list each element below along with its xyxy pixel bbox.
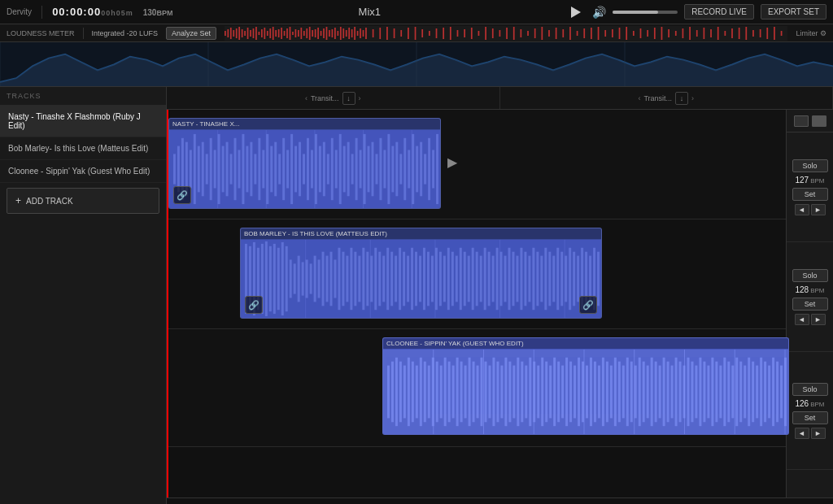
svg-rect-344 <box>630 362 633 423</box>
svg-rect-140 <box>262 150 264 188</box>
svg-rect-127 <box>210 138 212 200</box>
play-indicator-1: ▶ <box>447 154 457 170</box>
svg-rect-46 <box>351 29 353 37</box>
svg-rect-292 <box>420 358 422 426</box>
svg-rect-351 <box>659 366 661 419</box>
limiter-label: Limiter ⚙ <box>796 29 826 37</box>
solo-button-2[interactable]: Solo <box>792 269 828 282</box>
svg-rect-80 <box>569 27 571 40</box>
svg-rect-377 <box>764 362 766 423</box>
svg-rect-240 <box>447 248 450 310</box>
set-button-1[interactable]: Set <box>792 188 828 201</box>
transition-down-2[interactable]: ↓ <box>675 92 688 105</box>
svg-rect-86 <box>612 29 613 37</box>
transition-down-1[interactable]: ↓ <box>342 92 355 105</box>
right-arrow-2: › <box>691 94 694 102</box>
svg-rect-372 <box>744 366 746 419</box>
waveform-block-3[interactable]: CLOONEE - SIPPIN' YAK (GUEST WHO EDIT) <box>382 337 789 435</box>
pitch-down-2[interactable]: ◄ <box>795 314 809 325</box>
svg-rect-289 <box>408 358 410 426</box>
svg-rect-242 <box>456 256 458 302</box>
svg-rect-70 <box>499 30 501 37</box>
svg-rect-58 <box>415 27 416 40</box>
add-track-button[interactable]: + ADD TRACK <box>7 188 159 214</box>
waveform-block-2[interactable]: BOB MARLEY - IS THIS LOVE (MATTEUS EDIT) <box>240 228 602 319</box>
pitch-controls-3: ◄ ► <box>795 428 826 439</box>
svg-rect-155 <box>323 142 325 197</box>
svg-rect-157 <box>331 138 334 200</box>
svg-rect-21 <box>281 28 282 39</box>
svg-rect-148 <box>294 146 297 193</box>
link-icon-1[interactable]: 🔗 <box>173 186 191 204</box>
volume-slider[interactable] <box>613 11 678 14</box>
svg-rect-271 <box>573 252 575 306</box>
svg-rect-329 <box>569 362 572 423</box>
svg-rect-76 <box>542 27 543 40</box>
svg-rect-137 <box>250 142 252 197</box>
set-button-2[interactable]: Set <box>792 298 828 311</box>
svg-rect-141 <box>266 134 268 204</box>
tracks-container[interactable]: NASTY - TINASHE X... <box>167 110 833 497</box>
set-button-3[interactable]: Set <box>792 411 828 424</box>
svg-rect-178 <box>416 146 418 193</box>
svg-rect-293 <box>424 362 426 423</box>
svg-rect-231 <box>411 248 413 310</box>
svg-rect-379 <box>772 358 774 426</box>
svg-rect-174 <box>399 154 402 184</box>
svg-rect-369 <box>731 366 734 419</box>
svg-rect-259 <box>524 252 526 306</box>
link-icon-2a[interactable]: 🔗 <box>245 296 263 314</box>
track-item-3[interactable]: Cloonee - Sippin' Yak (Guest Who Edit) <box>0 160 166 183</box>
svg-rect-304 <box>469 358 471 426</box>
track-item-1[interactable]: Nasty - Tinashe X Flashmob (Ruby J Edit) <box>0 106 166 137</box>
svg-rect-221 <box>370 256 373 302</box>
svg-rect-138 <box>254 154 256 184</box>
analyze-button[interactable]: Analyze Set <box>166 27 216 40</box>
pitch-up-2[interactable]: ► <box>811 314 826 325</box>
svg-rect-270 <box>569 248 571 310</box>
bpm-value-1: 127 BPM <box>795 176 824 185</box>
svg-rect-52 <box>373 29 374 37</box>
svg-rect-154 <box>319 146 321 193</box>
svg-rect-74 <box>527 31 529 36</box>
svg-rect-197 <box>273 244 276 314</box>
svg-rect-150 <box>303 154 305 184</box>
svg-rect-163 <box>355 138 358 200</box>
svg-rect-366 <box>719 366 722 419</box>
svg-rect-145 <box>282 138 285 200</box>
record-button[interactable]: RECORD LIVE <box>684 4 754 20</box>
horizontal-scrollbar[interactable] <box>167 497 833 504</box>
svg-rect-349 <box>651 358 653 426</box>
view-toggle-grid[interactable] <box>812 115 826 127</box>
svg-rect-244 <box>464 252 466 306</box>
link-icon-2b[interactable]: 🔗 <box>579 296 597 314</box>
svg-rect-118 <box>173 154 176 184</box>
solo-button-1[interactable]: Solo <box>792 159 828 172</box>
solo-button-3[interactable]: Solo <box>792 383 828 396</box>
waveform-block-1[interactable]: NASTY - TINASHE X... <box>168 118 441 209</box>
play-button[interactable] <box>566 2 586 22</box>
svg-rect-364 <box>711 358 713 426</box>
transition-label-1: Transit... <box>311 94 339 102</box>
transport-controls: 🔊 RECORD LIVE EXPORT SET <box>566 2 826 22</box>
svg-rect-331 <box>578 358 580 426</box>
svg-rect-275 <box>589 256 591 302</box>
pitch-up-1[interactable]: ► <box>811 204 826 215</box>
svg-rect-32 <box>312 30 313 37</box>
svg-rect-65 <box>464 29 465 37</box>
svg-rect-269 <box>565 256 567 302</box>
export-button[interactable]: EXPORT SET <box>761 4 826 20</box>
svg-rect-380 <box>776 362 778 423</box>
pitch-down-3[interactable]: ◄ <box>795 428 809 439</box>
svg-rect-36 <box>323 28 325 38</box>
pitch-up-3[interactable]: ► <box>811 428 826 439</box>
svg-rect-79 <box>563 29 565 37</box>
pitch-down-1[interactable]: ◄ <box>795 204 809 215</box>
svg-rect-257 <box>516 256 518 302</box>
view-toggle-list[interactable] <box>794 115 809 127</box>
time-display: 00:00:0000h05m <box>52 6 133 18</box>
svg-rect-345 <box>635 366 637 419</box>
svg-rect-347 <box>643 362 645 423</box>
track-item-2[interactable]: Bob Marley- Is this Love (Matteus Edit) <box>0 137 166 160</box>
svg-rect-323 <box>545 362 547 423</box>
